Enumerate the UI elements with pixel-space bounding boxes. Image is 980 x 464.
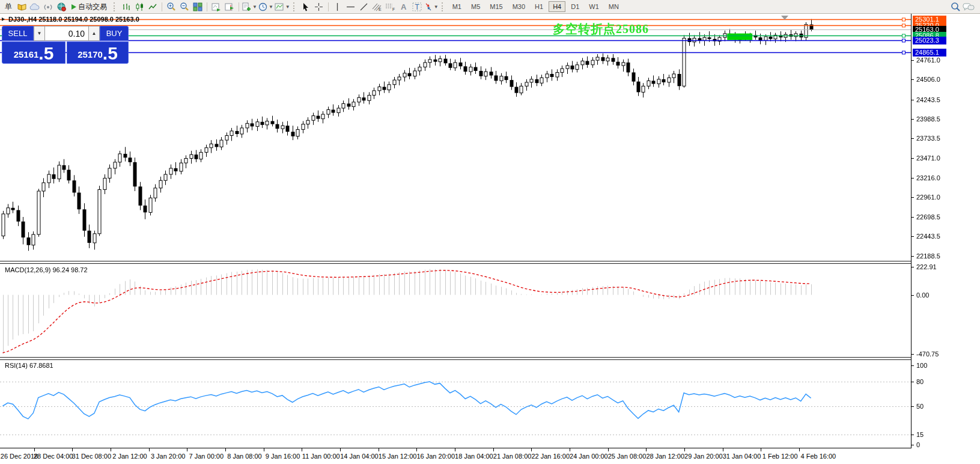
time-tick-mark bbox=[493, 448, 494, 451]
svg-text:F: F bbox=[392, 7, 395, 11]
market-globe-icon[interactable] bbox=[55, 1, 67, 13]
time-tick-mark bbox=[34, 448, 35, 451]
horizontal-line-button[interactable] bbox=[345, 1, 357, 13]
price-tick-label: 0.00 bbox=[916, 292, 929, 299]
line-price-tag[interactable]: 24865.1 bbox=[913, 49, 946, 56]
chart-annotation-text[interactable]: 多空转折点25086 bbox=[553, 21, 649, 37]
sell-price-frac: .5 bbox=[38, 42, 53, 64]
volume-input[interactable]: 0.10 bbox=[45, 26, 88, 41]
new-order-button[interactable]: 单 bbox=[2, 1, 14, 13]
fibonacci-button[interactable]: F bbox=[385, 1, 397, 13]
autotrade-button[interactable]: 自动交易 bbox=[68, 1, 111, 13]
equidistant-channel-button[interactable]: E bbox=[371, 1, 383, 13]
periods-button[interactable]: ▼ bbox=[258, 1, 273, 13]
timeframe-D1[interactable]: D1 bbox=[567, 1, 583, 12]
sell-button[interactable]: SELL bbox=[2, 26, 34, 41]
tile-windows-button[interactable] bbox=[192, 1, 204, 13]
signal-icon[interactable] bbox=[42, 1, 54, 13]
label-button[interactable]: T bbox=[411, 1, 423, 13]
zoom-in-button[interactable] bbox=[165, 1, 177, 13]
macd-splitter[interactable] bbox=[0, 261, 980, 264]
sell-price-display[interactable]: 25161 .5 bbox=[2, 41, 65, 64]
volume-decrease-button[interactable]: ▼ bbox=[34, 26, 45, 41]
timeframe-bar: M1M5M15M30H1H4D1W1MN bbox=[448, 1, 624, 12]
cursor-button[interactable] bbox=[300, 1, 312, 13]
time-tick-mark bbox=[340, 448, 341, 451]
time-axis-label: 22 Jan 16:00 bbox=[531, 453, 570, 460]
autotrade-label: 自动交易 bbox=[77, 2, 108, 12]
buy-price-frac: .5 bbox=[103, 42, 118, 64]
dropdown-caret-icon: ▼ bbox=[285, 4, 290, 10]
timeframe-M1[interactable]: M1 bbox=[448, 1, 466, 12]
auto-scroll-button[interactable] bbox=[210, 1, 222, 13]
price-tick-mark bbox=[912, 60, 914, 61]
time-axis[interactable]: 26 Dec 201828 Dec 04:0031 Dec 08:002 Jan… bbox=[0, 448, 912, 464]
vertical-line-button[interactable] bbox=[332, 1, 344, 13]
timeframe-M15[interactable]: M15 bbox=[485, 1, 507, 12]
buy-button[interactable]: BUY bbox=[100, 26, 129, 41]
time-axis-label: 7 Jan 00:00 bbox=[189, 453, 224, 460]
time-axis-label: 1 Feb 12:00 bbox=[762, 453, 798, 460]
time-axis-label: 24 Jan 00:00 bbox=[570, 453, 608, 460]
time-tick-mark bbox=[72, 448, 73, 451]
arrows-button[interactable]: ▼ bbox=[424, 1, 439, 13]
buy-price-display[interactable]: 25170 .5 bbox=[67, 41, 129, 64]
time-tick-mark bbox=[799, 448, 800, 451]
line-price-tag[interactable]: 25023.3 bbox=[913, 37, 946, 44]
bar-chart-button[interactable] bbox=[120, 1, 132, 13]
object-anchor-icon[interactable] bbox=[2, 17, 5, 21]
time-axis-label: 3 Jan 20:00 bbox=[151, 453, 186, 460]
price-tick-label: -470.75 bbox=[916, 350, 939, 358]
price-tick-mark bbox=[912, 100, 914, 100]
chart-shift-marker-icon[interactable] bbox=[781, 16, 788, 20]
templates-button[interactable]: ▼ bbox=[275, 1, 290, 13]
price-tick-label: 23216.0 bbox=[916, 174, 940, 182]
new-order-label: 单 bbox=[4, 2, 13, 12]
price-tick-mark bbox=[912, 217, 914, 218]
price-tick-label: 22443.5 bbox=[916, 233, 940, 240]
zoom-out-button[interactable] bbox=[178, 1, 190, 13]
timeframe-M5[interactable]: M5 bbox=[467, 1, 484, 12]
time-tick-mark bbox=[646, 448, 647, 451]
time-axis-label: 16 Jan 20:00 bbox=[416, 453, 455, 460]
history-icon[interactable] bbox=[16, 1, 28, 13]
crosshair-button[interactable] bbox=[313, 1, 325, 13]
timeframe-H1[interactable]: H1 bbox=[531, 1, 547, 12]
price-tick-mark bbox=[912, 256, 914, 257]
timeframe-M30[interactable]: M30 bbox=[508, 1, 529, 12]
time-tick-mark bbox=[723, 448, 723, 451]
candlestick-chart-button[interactable] bbox=[133, 1, 145, 13]
svg-text:T: T bbox=[415, 3, 419, 11]
add-indicator-button[interactable]: ▼ bbox=[242, 1, 257, 13]
autotrade-play-icon bbox=[71, 4, 77, 10]
timeframe-W1[interactable]: W1 bbox=[585, 1, 603, 12]
chat-icon[interactable] bbox=[963, 1, 975, 13]
time-axis-label: 29 Jan 20:00 bbox=[684, 453, 723, 460]
search-icon[interactable] bbox=[949, 1, 961, 13]
main-chart-canvas[interactable] bbox=[0, 14, 912, 261]
chart-shift-button[interactable] bbox=[224, 1, 236, 13]
price-axis[interactable]: 24761.024506.024243.523988.523733.523471… bbox=[912, 14, 980, 448]
rsi-panel-canvas[interactable] bbox=[0, 360, 912, 448]
trendline-button[interactable] bbox=[358, 1, 370, 13]
timeframe-MN[interactable]: MN bbox=[604, 1, 623, 12]
toolbar-grip bbox=[114, 2, 117, 11]
chart-title: DJ30-,H4 25118.0 25194.0 25098.0 25163.0 bbox=[8, 16, 139, 23]
time-axis-label: 2 Jan 12:00 bbox=[112, 453, 147, 460]
time-tick-mark bbox=[531, 448, 532, 451]
toolbar-grip bbox=[442, 2, 445, 11]
price-tick-mark bbox=[912, 236, 914, 237]
rsi-splitter[interactable] bbox=[0, 357, 980, 360]
price-tick-label: 23471.0 bbox=[916, 154, 940, 162]
price-tick-label: 24761.0 bbox=[916, 56, 940, 64]
line-chart-button[interactable] bbox=[147, 1, 159, 13]
time-tick-mark bbox=[379, 448, 379, 451]
price-tick-mark bbox=[912, 354, 914, 355]
macd-panel-canvas[interactable] bbox=[0, 264, 912, 356]
timeframe-H4[interactable]: H4 bbox=[549, 1, 565, 12]
price-tick-label: 24243.5 bbox=[916, 96, 940, 103]
text-button[interactable]: A bbox=[398, 1, 410, 13]
volume-increase-button[interactable]: ▲ bbox=[88, 26, 100, 41]
svg-text:E: E bbox=[379, 7, 382, 11]
cloud-icon[interactable] bbox=[29, 1, 41, 13]
